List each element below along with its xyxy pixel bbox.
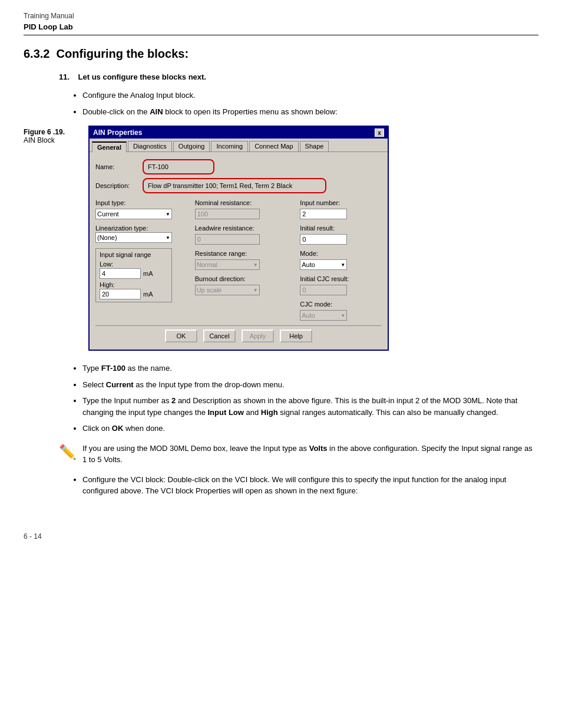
- resistance-range-label: Resistance range:: [195, 250, 289, 257]
- high-unit: mA: [143, 291, 153, 298]
- close-button[interactable]: x: [375, 129, 384, 137]
- signal-range-group: Input signal range Low: mA High: mA: [95, 248, 172, 302]
- name-row: Name:: [95, 159, 382, 174]
- bullet-current: Select Current as the Input type from th…: [82, 379, 538, 391]
- ok-button[interactable]: OK: [165, 330, 197, 342]
- desc-input[interactable]: [146, 180, 323, 191]
- figure-title: Figure 6 .19.: [24, 128, 88, 136]
- low-label: Low:: [100, 261, 168, 268]
- bottom-bullets: Configure the VCI block: Double-click on…: [82, 474, 538, 497]
- step-number: 11. Let us configure these blocks next.: [59, 73, 538, 81]
- cjc-mode-arrow: ▼: [340, 313, 345, 318]
- nominal-resistance-input: [195, 209, 260, 219]
- ain-dialog: AIN Properties x General Diagnostics Out…: [88, 126, 389, 351]
- input-type-arrow: ▼: [166, 212, 170, 217]
- initial-cjc-label: Initial CJC result:: [300, 275, 382, 282]
- desc-label: Description:: [95, 182, 143, 189]
- note-area: ✏️ If you are using the MOD 30ML Demo bo…: [59, 443, 538, 466]
- burnout-direction-select: Up scale ▼: [195, 285, 260, 295]
- tab-diagnostics[interactable]: Diagnostics: [128, 141, 172, 151]
- resistance-range-arrow: ▼: [253, 262, 258, 268]
- tab-shape[interactable]: Shape: [300, 141, 329, 151]
- dialog-content: Name: Description: Input type: Current: [90, 152, 388, 350]
- name-label: Name:: [95, 163, 143, 170]
- top-bullets: Configure the Analog Input block. Double…: [82, 90, 538, 117]
- help-button[interactable]: Help: [280, 330, 312, 342]
- mid-section: Input type: Current ▼ Linearization type…: [95, 199, 382, 321]
- header-top: Training Manual: [24, 12, 538, 20]
- name-input[interactable]: [146, 162, 211, 172]
- note-icon: ✏️: [59, 444, 77, 460]
- tab-incoming[interactable]: Incoming: [211, 141, 248, 151]
- left-col: Input type: Current ▼ Linearization type…: [95, 199, 183, 321]
- high-label: High:: [100, 281, 168, 288]
- figure-label: Figure 6 .19. AIN Block: [24, 126, 88, 144]
- header-divider: [24, 35, 538, 35]
- leadwire-resistance-input: [195, 234, 260, 245]
- page-footer: 6 - 14: [24, 532, 538, 541]
- cjc-mode-select: Auto ▼: [300, 310, 347, 321]
- burnout-direction-arrow: ▼: [253, 288, 258, 293]
- cancel-button[interactable]: Cancel: [203, 330, 236, 342]
- resistance-range-select: Normal ▼: [195, 259, 260, 270]
- header-pid: PID Loop Lab: [24, 22, 538, 31]
- mode-arrow: ▼: [340, 262, 345, 268]
- dialog-title: AIN Properties: [93, 129, 142, 137]
- section-title: 6.3.2 Configuring the blocks:: [24, 47, 538, 61]
- mode-label: Mode:: [300, 250, 382, 257]
- tab-connect-map[interactable]: Connect Map: [249, 141, 298, 151]
- high-input-row: mA: [100, 289, 168, 299]
- initial-result-label: Initial result:: [300, 225, 382, 232]
- bullet-1: Configure the Analog Input block.: [82, 90, 538, 101]
- bullet-2: Double-click on the AIN block to open it…: [82, 106, 538, 118]
- signal-range-title: Input signal range: [100, 251, 168, 258]
- linearization-arrow: ▼: [166, 235, 170, 241]
- nominal-resistance-label: Nominal resistance:: [195, 199, 289, 206]
- dialog-titlebar: AIN Properties x: [90, 127, 388, 139]
- initial-result-input[interactable]: [300, 234, 347, 245]
- desc-highlight: [143, 178, 326, 193]
- bullet-ok: Click on OK when done.: [82, 423, 538, 434]
- bullet-vci: Configure the VCI block: Double-click on…: [82, 474, 538, 497]
- dialog-tabs: General Diagnostics Outgoing Incoming Co…: [90, 139, 388, 152]
- low-input-row: mA: [100, 268, 168, 279]
- input-type-select[interactable]: Current ▼: [95, 209, 172, 219]
- apply-button[interactable]: Apply: [242, 330, 274, 342]
- high-input[interactable]: [100, 289, 141, 299]
- figure-area: Figure 6 .19. AIN Block AIN Properties x…: [24, 126, 538, 351]
- linearization-select[interactable]: (None) ▼: [95, 232, 172, 243]
- figure-sublabel: AIN Block: [24, 136, 88, 144]
- bullet-input-number: Type the Input number as 2 and Descripti…: [82, 395, 538, 418]
- mid-bullets: Type FT-100 as the name. Select Current …: [82, 363, 538, 434]
- mode-select[interactable]: Auto ▼: [300, 259, 347, 270]
- name-highlight: [143, 159, 214, 174]
- leadwire-resistance-label: Leadwire resistance:: [195, 225, 289, 232]
- middle-col: Nominal resistance: Leadwire resistance:…: [195, 199, 289, 321]
- note-text: If you are using the MOD 30ML Demo box, …: [82, 443, 538, 466]
- input-number-input[interactable]: [300, 209, 347, 219]
- burnout-direction-label: Burnout direction:: [195, 275, 289, 282]
- tab-outgoing[interactable]: Outgoing: [173, 141, 210, 151]
- linearization-label: Linearization type:: [95, 225, 183, 232]
- desc-row: Description:: [95, 178, 382, 193]
- low-unit: mA: [143, 270, 153, 277]
- cjc-mode-label: CJC mode:: [300, 301, 382, 308]
- right-col: Input number: Initial result: Mode: Auto…: [300, 199, 382, 321]
- input-type-label: Input type:: [95, 199, 183, 206]
- dialog-buttons: OK Cancel Apply Help: [95, 325, 382, 345]
- input-number-label: Input number:: [300, 199, 382, 206]
- initial-cjc-input: [300, 285, 347, 295]
- low-input[interactable]: [100, 268, 141, 279]
- tab-general[interactable]: General: [92, 141, 127, 152]
- bullet-ft100: Type FT-100 as the name.: [82, 363, 538, 374]
